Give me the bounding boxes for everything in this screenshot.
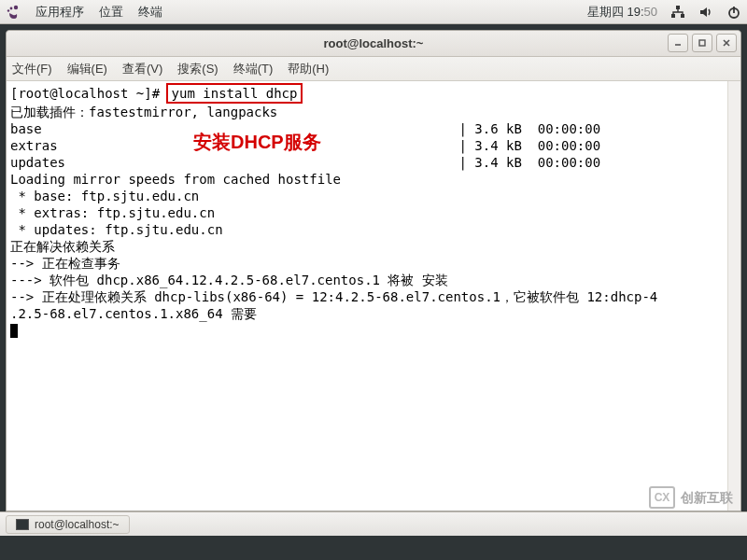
power-icon[interactable] — [726, 5, 741, 20]
taskbar-entry-label: root@localhost:~ — [35, 518, 120, 531]
network-icon[interactable] — [670, 5, 685, 20]
svg-rect-5 — [681, 14, 684, 18]
watermark-text: 创新互联 — [681, 489, 733, 506]
terminal-line: * base: ftp.sjtu.edu.cn — [10, 189, 199, 203]
panel-clock[interactable]: 星期四 19:50 — [587, 4, 657, 21]
terminal-line: .2.5-68.el7.centos.1.x86_64 需要 — [10, 306, 257, 321]
menu-search[interactable]: 搜索(S) — [177, 61, 218, 77]
terminal-window: root@localhost:~ 文件(F) 编辑(E) 查看(V) 搜索(S)… — [6, 30, 741, 511]
svg-rect-4 — [671, 14, 675, 18]
minimize-button[interactable] — [668, 34, 688, 52]
svg-point-1 — [10, 7, 13, 9]
window-titlebar[interactable]: root@localhost:~ — [7, 31, 740, 57]
clock-hour: 19 — [627, 5, 640, 19]
terminal-line: Loading mirror speeds from cached hostfi… — [10, 172, 341, 187]
panel-menu-terminal[interactable]: 终端 — [138, 4, 162, 21]
terminal-line: ---> 软件包 dhcp.x86_64.12.4.2.5-68.el7.cen… — [10, 273, 448, 287]
panel-menu-places[interactable]: 位置 — [99, 4, 123, 21]
terminal-line: --> 正在处理依赖关系 dhcp-libs(x86-64) = 12:4.2.… — [10, 289, 657, 304]
svg-point-0 — [14, 5, 18, 8]
close-button[interactable] — [716, 34, 737, 52]
svg-rect-3 — [676, 6, 680, 9]
terminal-line: 正在解决依赖关系 — [10, 239, 115, 254]
terminal-icon — [16, 519, 29, 530]
terminal-cursor — [10, 324, 18, 338]
svg-rect-9 — [699, 40, 705, 46]
terminal-prompt: [root@localhost ~]# — [10, 86, 160, 101]
terminal-line: * updates: ftp.sjtu.edu.cn — [10, 222, 223, 237]
clock-day: 星期四 — [587, 5, 624, 19]
clock-minute: 50 — [644, 5, 657, 19]
workspace: root@localhost:~ 文件(F) 编辑(E) 查看(V) 搜索(S)… — [0, 24, 747, 536]
terminal-line: * extras: ftp.sjtu.edu.cn — [10, 205, 215, 220]
menu-edit[interactable]: 编辑(E) — [67, 61, 107, 77]
watermark: CX 创新互联 — [649, 486, 733, 509]
menu-terminal[interactable]: 终端(T) — [233, 61, 274, 77]
gnome-logo-icon — [6, 5, 21, 20]
terminal-scrollbar[interactable] — [727, 81, 740, 511]
volume-icon[interactable] — [698, 5, 713, 20]
window-title: root@localhost:~ — [324, 36, 424, 50]
menubar: 文件(F) 编辑(E) 查看(V) 搜索(S) 终端(T) 帮助(H) — [7, 57, 740, 81]
taskbar-entry-terminal[interactable]: root@localhost:~ — [6, 515, 130, 534]
terminal-viewport[interactable]: [root@localhost ~]# yum install dhcp 已加载… — [7, 81, 740, 511]
maximize-button[interactable] — [692, 34, 712, 52]
svg-point-2 — [7, 9, 9, 11]
gnome-top-panel: 应用程序 位置 终端 星期四 19:50 — [0, 0, 747, 24]
panel-menu-applications[interactable]: 应用程序 — [35, 4, 84, 21]
bottom-taskbar: root@localhost:~ — [0, 511, 747, 536]
annotation-label: 安装DHCP服务 — [193, 133, 321, 150]
command-highlight: yum install dhcp — [166, 83, 303, 104]
terminal-line: --> 正在检查事务 — [10, 256, 120, 271]
terminal-line: updates | 3.4 kB 00:00:00 — [10, 155, 600, 170]
watermark-logo-icon: CX — [649, 486, 675, 509]
menu-help[interactable]: 帮助(H) — [288, 61, 329, 77]
menu-file[interactable]: 文件(F) — [12, 61, 52, 77]
terminal-line: 已加载插件：fastestmirror, langpacks — [10, 105, 277, 119]
menu-view[interactable]: 查看(V) — [122, 61, 162, 77]
